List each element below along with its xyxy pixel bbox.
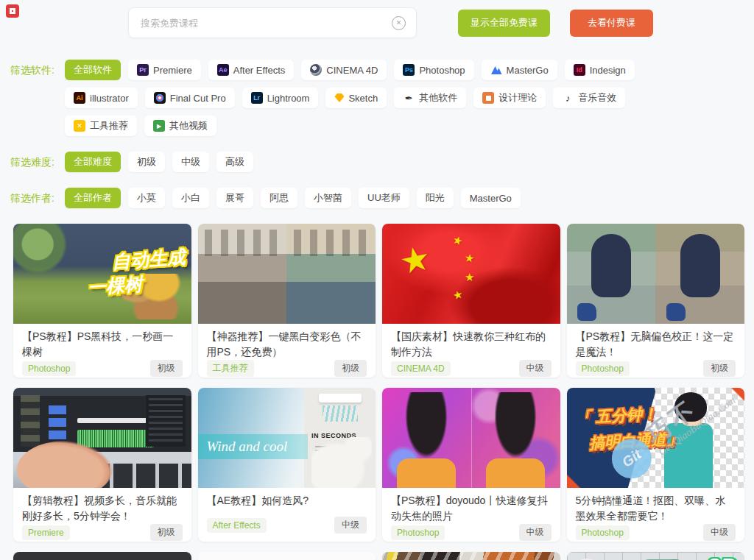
illustrator-icon: Ai <box>74 92 85 104</box>
tag-label: CINEMA 4D <box>326 65 378 76</box>
filter-tag-cinema4d[interactable]: CINEMA 4D <box>301 60 387 80</box>
site-logo-icon <box>6 4 19 18</box>
course-card-partial-2[interactable] <box>198 552 376 560</box>
course-card-wind[interactable]: IN SECONDS Wind and cool 【AE教程】如何造风? Aft… <box>198 388 376 542</box>
tag-label: 其他视频 <box>169 119 208 132</box>
course-card-colorize[interactable]: 【神器推荐】一键黑白变彩色（不用PS，还免费） 工具推荐 初级 <box>198 224 376 378</box>
premiere-icon: Pr <box>137 64 149 76</box>
tag-label: Sketch <box>348 93 378 104</box>
course-thumbnail <box>567 224 745 324</box>
filter-tag-music-sfx[interactable]: 音乐音效 <box>553 88 625 108</box>
course-thumbnail <box>382 224 560 324</box>
course-thumbnail <box>13 388 191 488</box>
course-thumbnail <box>13 552 191 560</box>
difficulty-filter-row: 筛选难度: 全部难度 初级 中级 高级 <box>10 152 754 172</box>
level-badge: 中级 <box>334 517 367 534</box>
course-thumbnail <box>198 224 376 324</box>
thumb-shape <box>49 405 66 439</box>
filter-tag-beginner[interactable]: 初级 <box>128 152 165 172</box>
course-card-partial-1[interactable] <box>13 552 191 560</box>
course-card-partial-4[interactable]: 3D <box>567 552 745 560</box>
indesign-icon: Id <box>574 64 585 76</box>
filter-tag-intermediate[interactable]: 中级 <box>172 152 209 172</box>
course-title: 【PS教程】doyoudo丨快速修复抖动失焦的照片 <box>391 493 552 524</box>
tag-label: Photoshop <box>419 65 465 76</box>
tools-x-icon <box>74 120 85 132</box>
thumb-shape <box>77 418 149 423</box>
author-filter-row: 筛选作者: 全部作者 小莫 小白 展哥 阿思 小智菌 UU老师 阳光 Maste… <box>10 188 754 208</box>
course-card-channels[interactable]: 「 五分钟！ 搞明白通道」 5分钟搞懂通道！抠图、双曝、水墨效果全都需要它！ P… <box>567 388 745 542</box>
tag-label: Final Cut Pro <box>170 93 226 104</box>
filter-tag-author-xiaozhijun[interactable]: 小智菌 <box>305 188 351 208</box>
filter-tag-author-xiaomo[interactable]: 小莫 <box>128 188 165 208</box>
show-all-free-button[interactable]: 显示全部免费课 <box>458 10 550 37</box>
filter-tag-indesign[interactable]: Id Indesign <box>565 60 635 80</box>
video-play-icon <box>153 120 165 132</box>
filter-tag-author-xiaobai[interactable]: 小白 <box>172 188 209 208</box>
level-badge: 中级 <box>519 524 552 541</box>
thumb-right-half <box>286 224 376 324</box>
level-badge: 初级 <box>150 360 183 377</box>
software-filter-row: 筛选软件: 全部软件 Pr Premiere Ae After Effects … <box>10 60 754 136</box>
tag-label: Premiere <box>153 65 192 76</box>
filter-tag-all-authors[interactable]: 全部作者 <box>65 188 121 208</box>
thumb-overlay-text: 3D <box>707 553 737 560</box>
course-thumbnail: IN SECONDS Wind and cool <box>198 388 376 488</box>
filter-tag-after-effects[interactable]: Ae After Effects <box>208 60 295 80</box>
filter-tag-author-yangguang[interactable]: 阳光 <box>417 188 454 208</box>
category-badge: CINEMA 4D <box>391 361 451 376</box>
filter-tag-sketch[interactable]: Sketch <box>325 88 387 108</box>
search-box[interactable] <box>128 7 417 38</box>
course-thumbnail <box>382 388 560 488</box>
filter-tag-illustrator[interactable]: Ai illustrator <box>65 88 138 108</box>
course-card-deblur[interactable]: 【PS教程】doyoudo丨快速修复抖动失焦的照片 Photoshop 中级 <box>382 388 560 542</box>
filter-tag-mastergo[interactable]: MasterGo <box>482 60 557 80</box>
cinema4d-icon <box>310 64 322 76</box>
thumb-shape <box>311 437 372 488</box>
search-input[interactable] <box>139 17 392 29</box>
filter-tag-author-uu[interactable]: UU老师 <box>359 188 409 208</box>
filter-tag-advanced[interactable]: 高级 <box>216 152 253 172</box>
thumb-right-half <box>655 224 744 324</box>
star-icon <box>464 251 476 266</box>
sketch-diamond-icon <box>334 93 344 102</box>
filter-tag-author-mastergo[interactable]: MasterGo <box>461 188 521 208</box>
course-card-tree[interactable]: 自动生成 一棵树 【PS教程】PS黑科技，一秒画一棵树 Photoshop 初级 <box>13 224 191 378</box>
filter-tag-premiere[interactable]: Pr Premiere <box>128 60 201 80</box>
course-thumbnail: 3D <box>567 552 745 560</box>
clear-search-icon[interactable] <box>392 16 406 30</box>
design-theory-icon <box>482 92 494 104</box>
filter-tag-lightroom[interactable]: Lr Lightroom <box>242 88 319 108</box>
course-grid: 自动生成 一棵树 【PS教程】PS黑科技，一秒画一棵树 Photoshop 初级… <box>0 224 754 560</box>
thumb-shape <box>17 441 113 488</box>
course-title: 【国庆素材】快速教你三种红布的制作方法 <box>391 329 552 360</box>
course-title: 【剪辑教程】视频多长，音乐就能刚好多长，5分钟学会！ <box>22 493 183 524</box>
filter-tag-tools[interactable]: 工具推荐 <box>65 116 137 136</box>
filter-tag-final-cut-pro[interactable]: Final Cut Pro <box>145 88 235 108</box>
tag-label: Lightroom <box>267 93 310 104</box>
filter-tag-other-videos[interactable]: 其他视频 <box>144 116 216 136</box>
pen-icon <box>403 92 415 104</box>
course-thumbnail <box>382 552 560 560</box>
course-card-color-correct[interactable]: 【PS教程】无脑偏色校正！这一定是魔法！ Photoshop 初级 <box>567 224 745 378</box>
course-card-partial-3[interactable] <box>382 552 560 560</box>
thumb-right-half <box>471 388 560 488</box>
thumb-left-half <box>567 224 656 324</box>
filter-tag-photoshop[interactable]: Ps Photoshop <box>394 60 473 80</box>
category-badge: Photoshop <box>576 525 630 540</box>
filter-tag-author-asi[interactable]: 阿思 <box>261 188 297 208</box>
tag-label: Indesign <box>590 65 626 76</box>
filter-tag-author-zhange[interactable]: 展哥 <box>216 188 253 208</box>
course-card-music-length[interactable]: 【剪辑教程】视频多长，音乐就能刚好多长，5分钟学会！ Premiere 初级 <box>13 388 191 542</box>
category-badge: Premiere <box>22 525 70 540</box>
filter-tag-all-difficulty[interactable]: 全部难度 <box>65 152 121 172</box>
thumb-left-half <box>198 224 287 324</box>
filter-tag-other-software[interactable]: 其他软件 <box>394 88 466 108</box>
filter-tag-design-theory[interactable]: 设计理论 <box>473 88 546 108</box>
course-card-flag[interactable]: 【国庆素材】快速教你三种红布的制作方法 CINEMA 4D 中级 <box>382 224 560 378</box>
go-paid-courses-button[interactable]: 去看付费课 <box>570 10 653 37</box>
tag-label: MasterGo <box>507 65 549 76</box>
category-badge: Photoshop <box>576 361 630 376</box>
tag-label: After Effects <box>233 65 286 76</box>
filter-tag-all-software[interactable]: 全部软件 <box>65 60 121 80</box>
